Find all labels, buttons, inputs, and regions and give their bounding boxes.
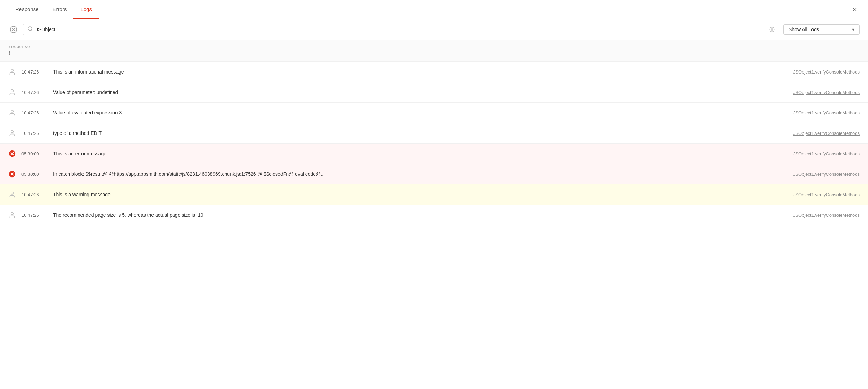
user-icon — [9, 68, 16, 75]
svg-point-8 — [11, 69, 14, 72]
log-message: Value of parameter: undefined — [53, 89, 788, 95]
code-content: } — [8, 51, 860, 56]
log-source[interactable]: JSObject1.verifyConsoleMethods — [793, 192, 860, 197]
log-message: type of a method EDIT — [53, 130, 788, 136]
user-icon — [9, 109, 16, 116]
clear-logs-button[interactable] — [8, 24, 19, 35]
log-message: The recommended page size is 5, whereas … — [53, 212, 788, 218]
code-label: response — [8, 44, 860, 49]
log-icon — [8, 109, 16, 116]
log-icon — [8, 88, 16, 96]
log-time: 05:30:00 — [21, 172, 47, 177]
log-message: This is a warning message — [53, 192, 788, 197]
log-source[interactable]: JSObject1.verifyConsoleMethods — [793, 131, 860, 136]
log-message: This is an error message — [53, 151, 788, 156]
log-icon — [8, 191, 16, 198]
log-source[interactable]: JSObject1.verifyConsoleMethods — [793, 151, 860, 156]
svg-point-19 — [11, 213, 14, 215]
log-row: 10:47:26 Value of evaluated expression 3… — [0, 103, 868, 123]
svg-line-4 — [31, 30, 32, 31]
tab-response[interactable]: Response — [8, 1, 46, 19]
error-icon — [9, 171, 16, 178]
log-row: 10:47:26 Value of parameter: undefined J… — [0, 82, 868, 103]
log-row: 10:47:26 The recommended page size is 5,… — [0, 205, 868, 225]
user-icon — [9, 130, 16, 137]
log-time: 10:47:26 — [21, 213, 47, 218]
tab-errors[interactable]: Errors — [46, 1, 74, 19]
user-icon — [9, 191, 16, 198]
filter-label: Show All Logs — [789, 27, 819, 32]
log-time: 10:47:26 — [21, 192, 47, 197]
log-icon — [8, 170, 16, 178]
log-row: 10:47:26 type of a method EDIT JSObject1… — [0, 123, 868, 144]
log-time: 10:47:26 — [21, 131, 47, 136]
user-icon — [9, 211, 16, 218]
log-icon — [8, 129, 16, 137]
log-icon — [8, 68, 16, 76]
search-input[interactable] — [36, 27, 766, 32]
clear-search-button[interactable] — [769, 27, 775, 32]
log-source[interactable]: JSObject1.verifyConsoleMethods — [793, 90, 860, 95]
tab-bar: Response Errors Logs × — [0, 0, 868, 19]
log-source[interactable]: JSObject1.verifyConsoleMethods — [793, 172, 860, 177]
log-source[interactable]: JSObject1.verifyConsoleMethods — [793, 213, 860, 218]
chevron-down-icon: ▾ — [852, 27, 854, 32]
log-message: In catch block: $$result@ @https://app.a… — [53, 171, 788, 177]
tab-logs[interactable]: Logs — [73, 1, 99, 19]
error-icon — [9, 150, 16, 157]
clear-icon — [10, 26, 17, 33]
log-time: 05:30:00 — [21, 151, 47, 156]
log-source[interactable]: JSObject1.verifyConsoleMethods — [793, 69, 860, 75]
log-icon — [8, 211, 16, 219]
code-preview: response } — [0, 40, 868, 62]
close-button[interactable]: × — [850, 5, 860, 15]
log-time: 10:47:26 — [21, 110, 47, 115]
log-row: 05:30:00 In catch block: $$result@ @http… — [0, 164, 868, 184]
log-icon — [8, 150, 16, 157]
search-icon — [27, 26, 33, 33]
log-source[interactable]: JSObject1.verifyConsoleMethods — [793, 110, 860, 115]
search-container — [23, 24, 779, 35]
log-row: 10:47:26 This is an informational messag… — [0, 62, 868, 82]
svg-point-18 — [11, 192, 14, 194]
user-icon — [9, 89, 16, 96]
svg-point-11 — [11, 131, 14, 133]
log-list: 10:47:26 This is an informational messag… — [0, 62, 868, 225]
log-time: 10:47:26 — [21, 69, 47, 75]
toolbar: Show All Logs ▾ — [0, 19, 868, 40]
svg-point-10 — [11, 110, 14, 113]
log-row: 05:30:00 This is an error message JSObje… — [0, 144, 868, 164]
filter-dropdown[interactable]: Show All Logs ▾ — [783, 24, 860, 35]
svg-point-9 — [11, 90, 14, 92]
log-row: 10:47:26 This is a warning message JSObj… — [0, 184, 868, 205]
close-search-icon — [769, 27, 775, 32]
log-message: Value of evaluated expression 3 — [53, 110, 788, 115]
log-message: This is an informational message — [53, 69, 788, 75]
log-time: 10:47:26 — [21, 90, 47, 95]
